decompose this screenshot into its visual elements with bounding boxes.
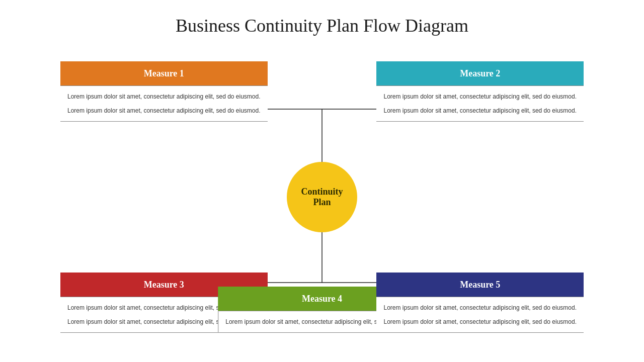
measure-2-content: Lorem ipsum dolor sit amet, consectetur …	[376, 85, 584, 122]
measure-1-label: Measure 1	[60, 61, 268, 85]
center-label: ContinuityPlan	[301, 187, 343, 208]
diagram: ContinuityPlan Measure 1 Lorem ipsum dol…	[30, 51, 614, 343]
measure-2-section: Measure 2 Lorem ipsum dolor sit amet, co…	[376, 61, 584, 122]
measure-5-section: Measure 5 Lorem ipsum dolor sit amet, co…	[376, 273, 584, 333]
measure-2-label: Measure 2	[376, 61, 584, 85]
measure-5-content: Lorem ipsum dolor sit amet, consectetur …	[376, 297, 584, 333]
slide: Business Continuity Plan Flow Diagram Co…	[0, 0, 644, 362]
page-title: Business Continuity Plan Flow Diagram	[30, 15, 614, 36]
measure-1-content: Lorem ipsum dolor sit amet, consectetur …	[60, 85, 268, 122]
measure-1-section: Measure 1 Lorem ipsum dolor sit amet, co…	[60, 61, 268, 122]
center-circle: ContinuityPlan	[287, 162, 357, 232]
measure-5-label: Measure 5	[376, 273, 584, 297]
